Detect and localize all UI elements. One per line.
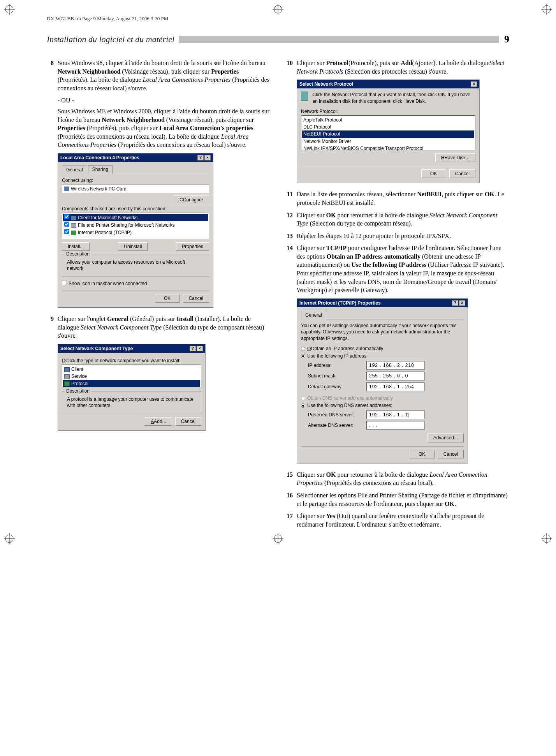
label-network-protocol: Network Protocol:: [301, 108, 475, 115]
label-connect-using: Connect using:: [62, 177, 209, 183]
cancel-button[interactable]: Cancel: [438, 450, 464, 458]
close-icon[interactable]: ×: [204, 155, 211, 160]
close-icon[interactable]: ×: [197, 346, 203, 351]
help-icon[interactable]: ?: [190, 346, 196, 351]
list-item[interactable]: NWLink IPX/SPX/NetBIOS Compatible Transp…: [302, 145, 474, 152]
window-titlebar: Select Network Component Type ? ×: [58, 344, 205, 353]
right-column: 10 Cliquer sur Protocol(Protocole), puis…: [286, 59, 509, 532]
cancel-button[interactable]: Cancel: [183, 294, 209, 303]
checkbox[interactable]: [64, 222, 69, 227]
help-icon[interactable]: ?: [197, 155, 204, 160]
tab-row: General Sharing: [62, 165, 209, 174]
step-14: 14 Cliquer sur TCP/IP pour configurer l'…: [286, 244, 509, 294]
step-number: 16: [286, 491, 297, 508]
list-item[interactable]: Network Monitor Driver: [302, 138, 474, 145]
add-button[interactable]: AAdd...: [145, 417, 172, 426]
intro-text: You can get IP settings assigned automat…: [301, 322, 464, 342]
protocol-listbox[interactable]: AppleTalk Protocol DLC Protocol NetBEUI …: [301, 115, 475, 150]
uninstall-button[interactable]: Uninstall: [118, 242, 148, 251]
step-17: 17 Cliquer sur Yes (Oui) quand une fenêt…: [286, 512, 509, 529]
label-components: Components checked are used by this conn…: [62, 206, 209, 212]
step-text: Sous Windows 98, cliquer à l'aide du bou…: [58, 59, 270, 92]
list-item[interactable]: NetBEUI Protocol: [302, 130, 474, 137]
step-number: 11: [286, 190, 297, 207]
service-icon: [71, 223, 76, 228]
step-number: 10: [286, 59, 297, 76]
tab-general[interactable]: General: [301, 311, 326, 319]
configure-button[interactable]: CConfigure: [174, 196, 209, 204]
ok-button[interactable]: OK: [421, 169, 446, 178]
step-text: Cliquer sur Yes (Oui) quand une fenêtre …: [297, 512, 509, 529]
list-item[interactable]: DLC Protocol: [302, 123, 474, 130]
checkbox[interactable]: [64, 214, 69, 219]
groupbox-label: Description: [65, 251, 91, 257]
subnet-mask-field[interactable]: 255 . 255 . 0 . 0: [366, 372, 425, 380]
help-icon[interactable]: ?: [452, 300, 458, 306]
components-listbox[interactable]: Client for Microsoft Networks File and P…: [62, 213, 209, 239]
instruction-text: CClick the type of network component you…: [62, 358, 201, 364]
window-title: Select Network Component Type: [60, 345, 133, 352]
install-button[interactable]: Install...: [62, 242, 90, 251]
ok-button[interactable]: OK: [155, 294, 180, 303]
preferred-dns-field[interactable]: 192 . 168 . 1 . 1|: [366, 411, 425, 419]
radio-use-following-dns[interactable]: [301, 404, 305, 408]
properties-button[interactable]: Properties: [176, 242, 209, 251]
client-icon: [71, 216, 76, 220]
step-11: 11 Dans la liste des protocoles réseau, …: [286, 190, 509, 207]
ip-address-field[interactable]: 192 . 168 . 2 . 210: [366, 361, 425, 370]
description-group: Description A protocol is a language you…: [62, 391, 201, 414]
step-16: 16 Sélectionner les options File and Pri…: [286, 491, 509, 508]
step-text: Cliquer sur OK pour retourner à la boîte…: [297, 211, 509, 228]
alternate-dns-field[interactable]: . . .: [366, 421, 425, 430]
radio-label: Use the following DNS server addresses:: [307, 403, 392, 408]
close-icon[interactable]: ×: [471, 81, 477, 87]
step-number: 8: [47, 59, 58, 92]
step-number: 17: [286, 512, 297, 529]
show-icon-checkbox[interactable]: [62, 280, 67, 285]
window-titlebar: Select Network Protocol ×: [297, 80, 479, 88]
step-text: Sélectionner les options File and Printe…: [297, 491, 509, 508]
step-text: Dans la liste des protocoles réseau, sél…: [297, 190, 509, 207]
step-number: 14: [286, 244, 297, 294]
close-icon[interactable]: ×: [459, 300, 465, 306]
step-text: Répéter les étapes 10 à 12 pour ajouter …: [297, 232, 509, 240]
tab-sharing[interactable]: Sharing: [88, 165, 113, 174]
label-subnet-mask: Subnet mask:: [308, 373, 362, 379]
step-12: 12 Cliquer sur OK pour retourner à la bo…: [286, 211, 509, 228]
instruction-text: Click the Network Protocol that you want…: [313, 92, 475, 104]
window-titlebar: Local Area Connection 4 Properties ? ×: [58, 153, 213, 162]
checkbox[interactable]: [64, 229, 69, 234]
tab-general[interactable]: General: [62, 166, 87, 174]
crop-mark-icon: [541, 533, 552, 544]
step-text: Cliquer sur TCP/IP pour configurer l'adr…: [297, 244, 509, 294]
service-icon: [64, 374, 70, 379]
radio-label-disabled: Obtain DNS server address automatically: [307, 395, 393, 401]
page-number: 9: [499, 33, 509, 45]
step-number: 13: [286, 232, 297, 240]
list-item[interactable]: AppleTalk Protocol: [302, 116, 474, 123]
screenshot-select-network-component-type: Select Network Component Type ? × CClick…: [58, 344, 206, 431]
document-source-meta: DX-WGUSB.fm Page 9 Monday, August 21, 20…: [47, 16, 533, 22]
advanced-button[interactable]: Advanced...: [428, 434, 464, 442]
show-icon-label: Show icon in taskbar when connected: [69, 281, 147, 286]
protocol-icon: [64, 381, 70, 386]
description-text: Allows your computer to access resources…: [65, 257, 206, 273]
radio-obtain-ip-auto[interactable]: [301, 347, 305, 351]
groupbox-label: Description: [65, 388, 91, 394]
have-disk-button[interactable]: HHave Disk...: [435, 153, 475, 162]
step-number: 9: [47, 315, 58, 340]
client-icon: [64, 367, 70, 372]
step-text: Cliquer sur Protocol(Protocole), puis su…: [297, 59, 509, 76]
cancel-button[interactable]: Cancel: [175, 417, 201, 426]
default-gateway-field[interactable]: 192 . 168 . 1 . 254: [366, 382, 425, 391]
ok-button[interactable]: OK: [410, 450, 435, 458]
window-title: Local Area Connection 4 Properties: [60, 155, 139, 161]
component-type-listbox[interactable]: Client Service Protocol: [62, 365, 201, 388]
radio-label: OObtain an IP address automatically: [307, 346, 383, 351]
radio-use-following-ip[interactable]: [301, 354, 305, 358]
step-15: 15 Cliquer sur OK pour retourner à la bo…: [286, 471, 509, 487]
step-number: 15: [286, 471, 297, 487]
cancel-button[interactable]: Cancel: [449, 169, 475, 178]
label-ip-address: IP address:: [308, 362, 362, 368]
window-title: Select Network Protocol: [299, 81, 353, 87]
